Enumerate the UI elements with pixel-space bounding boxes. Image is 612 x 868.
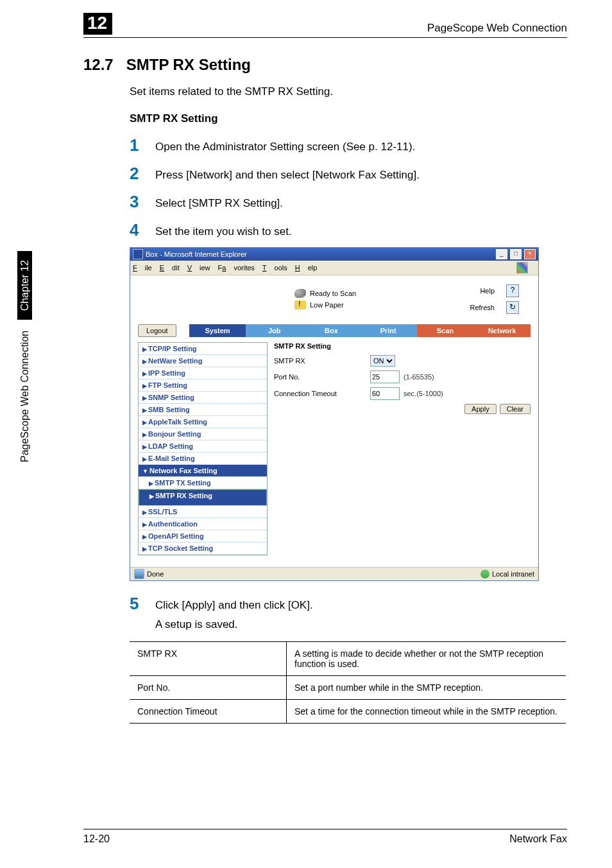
input-portno[interactable]	[370, 370, 400, 383]
help-link[interactable]: Help	[480, 287, 495, 295]
menu-file[interactable]: File	[133, 264, 152, 272]
tab-system[interactable]: System	[189, 324, 246, 337]
sidebar-label: FTP Setting	[148, 381, 187, 389]
sidebar-label: TCP Socket Setting	[148, 544, 213, 552]
apply-button[interactable]: Apply	[464, 404, 497, 414]
sidebar: ▶TCP/IP Setting ▶NetWare Setting ▶IPP Se…	[138, 342, 268, 555]
page-content: Ready to Scan Low Paper Help? Refresh↻ L…	[130, 275, 538, 567]
close-button[interactable]: ×	[524, 249, 536, 259]
menu-tools[interactable]: Tools	[262, 264, 287, 272]
sidebar-label: SMB Setting	[148, 406, 190, 413]
tab-scan[interactable]: Scan	[417, 324, 474, 337]
sidebar-item-networkfax[interactable]: ▼Network Fax Setting	[139, 465, 267, 477]
refresh-icon[interactable]: ↻	[506, 301, 519, 314]
step-5: 5 Click [Apply] and then click [OK].	[130, 595, 567, 612]
sidebar-label: NetWare Setting	[148, 357, 203, 365]
sidebar-label: OpenAPI Setting	[148, 532, 204, 540]
sidebar-item-tcpip[interactable]: ▶TCP/IP Setting	[139, 343, 267, 355]
td-name: Connection Timeout	[130, 700, 287, 724]
td-desc: A setting is made to decide whether or n…	[287, 642, 566, 676]
ie-icon	[133, 249, 143, 259]
section-heading: 12.7SMTP RX Setting	[83, 56, 567, 74]
header-right-text: PageScope Web Connection	[427, 22, 567, 35]
step-number: 5	[130, 595, 155, 612]
sidebar-item-snmp[interactable]: ▶SNMP Setting	[139, 392, 267, 404]
help-icon[interactable]: ?	[506, 284, 519, 297]
page-footer: 12-20 Network Fax	[83, 829, 567, 845]
side-tab-text: PageScope Web Connection	[19, 331, 30, 462]
warning-icon	[294, 300, 306, 309]
step-number: 3	[130, 193, 155, 210]
menu-view[interactable]: View	[187, 264, 210, 272]
sidebar-item-openapi[interactable]: ▶OpenAPI Setting	[139, 530, 267, 542]
maximize-button[interactable]: □	[510, 249, 522, 259]
sidebar-item-ipp[interactable]: ▶IPP Setting	[139, 367, 267, 379]
tab-row: Logout System Job Box Print Scan Network	[130, 320, 538, 337]
form-title: SMTP RX Setting	[274, 342, 531, 350]
ie-throbber-icon	[516, 262, 528, 273]
tab-job[interactable]: Job	[246, 324, 303, 337]
input-timeout[interactable]	[370, 387, 400, 400]
sidebar-item-appletalk[interactable]: ▶AppleTalk Setting	[139, 416, 267, 428]
section-number: 12.7	[83, 56, 114, 73]
refresh-link[interactable]: Refresh	[470, 304, 495, 311]
menu-favorites[interactable]: Favorites	[218, 264, 255, 272]
section-intro: Set items related to the SMTP RX Setting…	[130, 85, 567, 98]
step-text: Open the Administrator Setting screen (S…	[155, 141, 415, 153]
step-5-note: A setup is saved.	[155, 618, 567, 631]
ready-icon	[294, 289, 306, 298]
settings-table: SMTP RX A setting is made to decide whet…	[130, 641, 566, 724]
sidebar-item-authentication[interactable]: ▶Authentication	[139, 518, 267, 530]
chapter-badge: 12	[83, 13, 112, 35]
tab-network[interactable]: Network	[473, 324, 531, 337]
menu-help[interactable]: Help	[295, 264, 318, 272]
sidebar-item-email[interactable]: ▶E-Mail Setting	[139, 453, 267, 465]
td-desc: Set a time for the connection timeout wh…	[287, 700, 566, 724]
sidebar-label: Bonjour Setting	[148, 430, 201, 438]
side-tab: PageScope Web Connection Chapter 12	[19, 251, 31, 462]
statusbar-done: Done	[147, 570, 164, 578]
section-title: SMTP RX Setting	[126, 56, 251, 73]
sidebar-item-netware[interactable]: ▶NetWare Setting	[139, 355, 267, 367]
step-number: 2	[130, 165, 155, 182]
sidebar-label: Network Fax Setting	[149, 467, 217, 474]
sidebar-item-ftp[interactable]: ▶FTP Setting	[139, 379, 267, 392]
sidebar-item-ldap[interactable]: ▶LDAP Setting	[139, 440, 267, 453]
tab-print[interactable]: Print	[360, 324, 417, 337]
minimize-button[interactable]: _	[496, 249, 507, 259]
step-text: Press [Network] and then select [Network…	[155, 169, 420, 182]
select-smtprx[interactable]: ON	[370, 355, 395, 367]
sidebar-label: IPP Setting	[148, 369, 185, 377]
ready-text: Ready to Scan	[310, 290, 356, 297]
menu-edit[interactable]: Edit	[160, 264, 180, 272]
sidebar-label: Authentication	[148, 520, 198, 528]
td-desc: Set a port number while in the SMTP rece…	[287, 676, 566, 700]
sidebar-label: SMTP RX Setting	[155, 492, 212, 499]
footer-page-number: 12-20	[83, 833, 110, 845]
sidebar-item-smtprx[interactable]: ▶SMTP RX Setting	[139, 489, 267, 506]
sidebar-item-ssltls[interactable]: ▶SSL/TLS	[139, 506, 267, 518]
step-2: 2 Press [Network] and then select [Netwo…	[130, 165, 567, 182]
clear-button[interactable]: Clear	[500, 404, 531, 414]
sidebar-item-tcpsocket[interactable]: ▶TCP Socket Setting	[139, 542, 267, 555]
window-buttons: _ □ ×	[495, 249, 536, 259]
unit-timeout: sec.(5-1000)	[404, 390, 443, 397]
tab-box[interactable]: Box	[303, 324, 360, 337]
sidebar-item-smb[interactable]: ▶SMB Setting	[139, 404, 267, 416]
sidebar-label: TCP/IP Setting	[148, 345, 197, 352]
sidebar-label: SSL/TLS	[148, 508, 177, 516]
step-text: Set the item you wish to set.	[155, 225, 292, 238]
sidebar-item-bonjour[interactable]: ▶Bonjour Setting	[139, 428, 267, 440]
sidebar-item-smtptx[interactable]: ▶SMTP TX Setting	[139, 477, 267, 489]
browser-menu: File Edit View Favorites Tools Help	[130, 261, 538, 275]
sidebar-label: SNMP Setting	[148, 394, 194, 401]
sidebar-label: SMTP TX Setting	[155, 479, 211, 487]
screenshot: Box - Microsoft Internet Explorer _ □ × …	[130, 247, 567, 581]
step-number: 1	[130, 137, 155, 153]
logout-button[interactable]: Logout	[138, 324, 176, 337]
sidebar-label: AppleTalk Setting	[148, 418, 207, 426]
label-timeout: Connection Timeout	[274, 390, 370, 397]
label-smtprx: SMTP RX	[274, 357, 370, 365]
label-portno: Port No.	[274, 373, 370, 381]
zone-icon	[480, 569, 489, 578]
